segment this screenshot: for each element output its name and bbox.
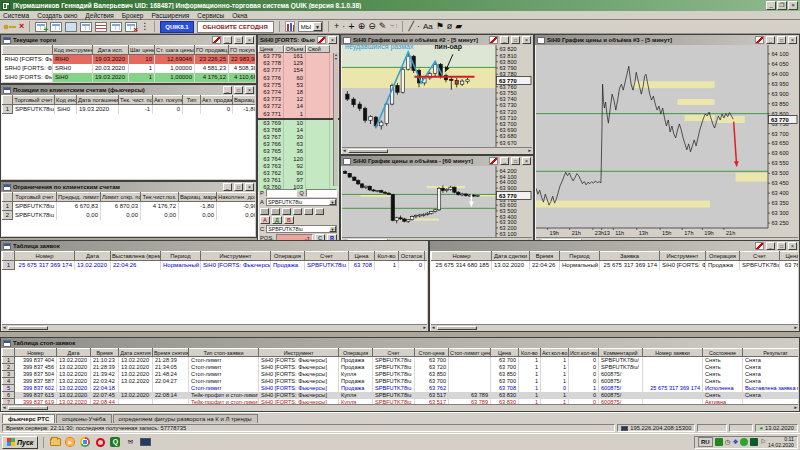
- price-chart[interactable]: 63 10063 20063 30063 40063 50063 60063 7…: [342, 166, 532, 237]
- minimize-button[interactable]: _: [223, 86, 232, 94]
- column-header[interactable]: Время: [530, 252, 560, 261]
- column-header[interactable]: Лимит откр. поз.: [101, 193, 141, 202]
- column-header[interactable]: Цена: [349, 252, 375, 261]
- minimize-button[interactable]: _: [766, 242, 775, 250]
- column-header[interactable]: Период: [560, 252, 600, 261]
- maximize-button[interactable]: □: [777, 36, 786, 44]
- new-table-icon[interactable]: [35, 22, 47, 32]
- column-header[interactable]: [3, 193, 13, 202]
- column-header[interactable]: Номер: [15, 349, 57, 357]
- column-header[interactable]: Объем: [284, 45, 306, 53]
- column-header[interactable]: Торговый счет: [13, 193, 57, 202]
- dom-ask-row[interactable]: 63 779161: [258, 53, 339, 60]
- column-header[interactable]: Шаг цены: [129, 46, 155, 55]
- window-titlebar[interactable]: SiH0 График цены и объёма - [60 минут] _…: [341, 156, 533, 166]
- column-header[interactable]: Дата исп.: [93, 46, 129, 55]
- column-header[interactable]: Акт. покупка: [153, 96, 183, 105]
- dom-bid-row[interactable]: 63 76290: [258, 170, 339, 177]
- maximize-button[interactable]: □: [234, 36, 243, 44]
- dom-bid-row[interactable]: 63 76910: [258, 120, 339, 127]
- close-button[interactable]: ×: [522, 157, 531, 165]
- dom-ask-row[interactable]: 63 77312: [258, 96, 339, 103]
- column-header[interactable]: Время снятия: [153, 349, 189, 357]
- column-header[interactable]: Остаток: [399, 252, 425, 261]
- window-titlebar[interactable]: Позиции по клиентским счетам (фьючерсы) …: [1, 85, 256, 95]
- settings-table-icon[interactable]: [110, 22, 122, 32]
- update-today-button[interactable]: ОБНОВИТЕ СЕГОДНЯ: [197, 21, 274, 33]
- horizontal-scrollbar[interactable]: ◄►: [2, 324, 427, 330]
- zoom-in-icon[interactable]: ⊕: [358, 21, 366, 32]
- column-header[interactable]: Стоп-цена: [415, 349, 449, 357]
- column-header[interactable]: Номер: [432, 252, 492, 261]
- table-row[interactable]: 6399 837 61513.02.202022:07:4513.02.2020…: [3, 392, 799, 399]
- alert-icon[interactable]: [755, 242, 764, 250]
- column-header[interactable]: Комментарий: [599, 349, 643, 357]
- dom-bid-row[interactable]: 63 76392: [258, 163, 339, 170]
- column-header[interactable]: ГО продавца: [195, 46, 229, 55]
- menu-item[interactable]: Создать окно: [37, 12, 77, 19]
- vertical-scrollbar[interactable]: ▲▼: [333, 53, 338, 186]
- disconnect-icon[interactable]: ×: [19, 21, 24, 32]
- column-header[interactable]: Цена: [491, 349, 519, 357]
- column-header[interactable]: Инструмент: [660, 252, 706, 261]
- column-header[interactable]: Дата: [57, 349, 91, 357]
- window-titlebar[interactable]: Таблица заявок: [1, 241, 428, 251]
- dom-bid-row[interactable]: 63 76536: [258, 148, 339, 155]
- crosshair-icon[interactable]: +: [334, 21, 339, 32]
- horizontal-scrollbar[interactable]: ◄►: [2, 404, 798, 410]
- close-button[interactable]: ×: [245, 36, 254, 44]
- workspace-tab[interactable]: фьючерс РТС: [2, 414, 55, 423]
- workspace-tab[interactable]: определяем фигуры разворота на К и Л тре…: [113, 414, 258, 423]
- column-header[interactable]: Тип стоп-заявки: [189, 349, 259, 357]
- mail-icon[interactable]: ✉: [124, 436, 136, 448]
- window-titlebar[interactable]: Ограничения по клиентским счетам _ □ ×: [1, 182, 256, 192]
- alert-icon[interactable]: [212, 36, 221, 44]
- dom-ask-row[interactable]: 63 77214: [258, 103, 339, 110]
- table-row[interactable]: 5399 837 60213.02.202022:04:18Стоп-лимит…: [3, 385, 799, 392]
- window-titlebar[interactable]: Текущие торги _ □ ×: [1, 35, 256, 45]
- column-header[interactable]: Тек. чист. поз.: [119, 96, 153, 105]
- column-header[interactable]: Период: [161, 252, 201, 261]
- dom-ask-row[interactable]: 63 7711: [258, 111, 339, 118]
- column-header[interactable]: Счет: [305, 252, 349, 261]
- price-chart[interactable]: неудавшийся размахпин-бар63 67063 68063 …: [342, 45, 532, 147]
- close-button[interactable]: ×: [522, 36, 531, 44]
- close-button[interactable]: ×: [245, 86, 254, 94]
- maximize-button[interactable]: □: [777, 242, 786, 250]
- column-header[interactable]: Вариац. маржа: [233, 96, 256, 105]
- column-header[interactable]: Операция: [339, 349, 373, 357]
- start-button[interactable]: Пуск: [2, 436, 38, 449]
- column-header[interactable]: Инструмент: [259, 349, 339, 357]
- minimize-button[interactable]: _: [223, 36, 232, 44]
- zoom-out-icon[interactable]: ⊖: [368, 21, 376, 32]
- timezone-combo[interactable]: МЫ▼: [298, 21, 323, 32]
- dom-bid-row[interactable]: 63 76730: [258, 134, 339, 141]
- menu-item[interactable]: Система: [3, 12, 29, 19]
- column-header[interactable]: Результат: [743, 349, 799, 357]
- column-header[interactable]: Выставлена (время): [111, 252, 161, 261]
- windows-icon[interactable]: [50, 22, 62, 32]
- tray-app-icon[interactable]: [715, 438, 723, 446]
- maximize-button[interactable]: ❐: [777, 1, 787, 10]
- dom-bid-row[interactable]: 63 76197: [258, 177, 339, 184]
- table-row[interactable]: SRH0 [FORTS: ФьючеSRH020.03.202011,00000…: [3, 64, 256, 73]
- window-titlebar[interactable]: Таблица стоп-заявок: [1, 338, 799, 348]
- minimize-button[interactable]: _: [766, 36, 775, 44]
- column-header[interactable]: Торговый счет: [13, 96, 55, 105]
- column-header[interactable]: Код инс: [55, 96, 77, 105]
- quick-action-button[interactable]: Д: [272, 216, 282, 224]
- picture-icon[interactable]: [65, 22, 77, 32]
- order-mode-button[interactable]: [315, 208, 324, 215]
- order-mode-button[interactable]: [260, 208, 269, 215]
- column-header[interactable]: Предыд. лимит откр. поз.: [57, 193, 101, 202]
- table-row[interactable]: 1SPBFUTK78iuSiH019.03.2020-100-1,80: [3, 105, 256, 114]
- move-tool-icon[interactable]: +: [348, 21, 354, 32]
- dom-ask-row[interactable]: 63 778129: [258, 60, 339, 67]
- quik-shortcut-icon[interactable]: Q: [109, 436, 121, 448]
- dom-bid-row[interactable]: 63 76814: [258, 127, 339, 134]
- table-row[interactable]: 2SPBFUTK78iu0,000,000,000,000,00: [3, 211, 256, 220]
- column-header[interactable]: Дата снятия: [119, 349, 153, 357]
- menu-item[interactable]: Сервисы: [197, 12, 224, 19]
- order-mode-button[interactable]: [293, 208, 302, 215]
- dom-ask-row[interactable]: 63 77418: [258, 89, 339, 96]
